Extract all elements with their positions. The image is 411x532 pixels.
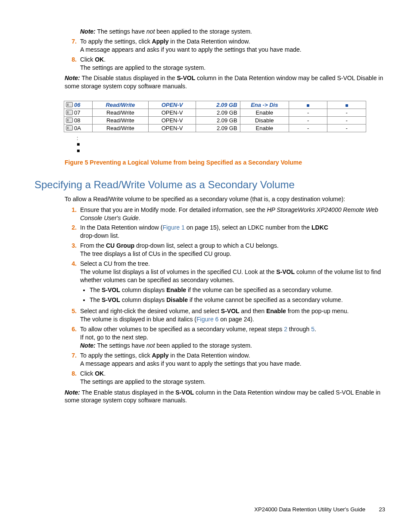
table-cell: OPEN-V [148,124,196,132]
s3c: The tree displays a list of CUs in the s… [80,250,231,257]
disk-icon [66,125,73,131]
footer-title: XP24000 Data Retention Utility User's Gu… [254,506,365,513]
step-number: 8. [65,56,80,72]
figure-caption: Figure 5 Preventing a Logical Volume fro… [65,159,385,166]
table-cell: - [327,109,366,117]
step-number: 7. [65,352,80,368]
s3a: From the [80,242,104,249]
disk-icon [66,118,73,123]
step-number: 8. [65,370,80,386]
table-cell: - [327,124,366,132]
table-cell [289,101,327,109]
note-text: The settings have [97,28,145,35]
ldkc-label: LDKC [311,224,328,231]
s2c: drop-down list. [80,232,119,239]
list-item: The S-VOL column displays Enable if the … [90,286,385,294]
table-cell: 08 [64,117,93,124]
page-footer: XP24000 Data Retention Utility User's Gu… [254,506,385,513]
step7-c: A message appears and asks if you want t… [80,46,302,53]
enable-note: Note: The Enable status displayed in the… [65,389,385,405]
ok-button-label: OK [95,56,104,63]
step8-a: Click [80,56,93,63]
table-row: 07Read/WriteOPEN-V2.09 GBEnable-- [64,109,366,117]
apply-button-label: Apply [152,38,169,45]
s4b: The volume list displays a list of volum… [80,268,274,275]
table-cell: Ena -> Dis [240,101,289,109]
step-number: 5. [65,307,80,324]
table-cell: - [289,117,327,124]
disk-icon [66,102,73,107]
prev-steps-tail: Note: The settings have not been applied… [65,28,385,72]
table-cell: OPEN-V [148,109,196,117]
ellipsis-symbols: : ■ ■ [77,136,385,154]
table-cell: 2.09 GB [196,124,240,132]
svol-label: S-VOL [177,75,195,81]
s2b: on page 15), select an LDKC number from … [185,224,310,231]
note-tail: been applied to the storage system. [156,28,252,35]
table-cell: OPEN-V [148,117,196,124]
table-cell: Read/Write [92,109,148,117]
note-label: Note: [65,389,80,396]
table-cell: - [327,117,366,124]
change-dot-icon [346,104,348,107]
disable-note: Note: The Disable status displayed in th… [34,74,385,90]
table-cell: OPEN-V [148,101,196,109]
table-cell: - [289,109,327,117]
table-row: 0ARead/WriteOPEN-V2.09 GBEnable-- [64,124,366,132]
table-cell: - [289,124,327,132]
table-cell: 0A [64,124,93,132]
apply-button-label: Apply [152,352,169,359]
s1a: Ensure that you are in Modify mode. For … [80,206,265,213]
table-cell: 06 [64,101,93,109]
s5a: Select and right-click the desired volum… [80,308,219,314]
cugroup-label: CU Group [106,242,134,249]
s2a: In the Data Retention window ( [80,224,162,231]
table-cell: 2.09 GB [196,117,240,124]
table-row: 08Read/WriteOPEN-V2.09 GBDisable-- [64,117,366,124]
svol-bullets: The S-VOL column displays Enable if the … [90,286,385,304]
step2-link[interactable]: 2 [284,326,287,333]
note-d1: The Disable status displayed in the [81,75,175,81]
step-number: 3. [65,242,80,258]
step5-link[interactable]: 5 [311,326,314,333]
step-number: 7. [65,37,80,54]
table-cell: Enable [240,109,289,117]
list-item: The S-VOL column displays Disable if the… [90,296,385,304]
table-row: 06Read/WriteOPEN-V2.09 GBEna -> Dis [64,101,366,109]
volume-table: 06Read/WriteOPEN-V2.09 GBEna -> Dis07Rea… [64,101,366,132]
table-cell [327,101,366,109]
note-label: Note: [80,342,96,349]
step-number: 2. [65,224,80,240]
figure1-link[interactable]: Figure 1 [162,224,184,231]
note-label: Note: [80,28,96,35]
figure6-link[interactable]: Figure 6 [196,316,218,323]
disk-icon [66,110,73,115]
table-cell: Read/Write [92,117,148,124]
table-cell: 2.09 GB [196,101,240,109]
svol-label: S-VOL [276,268,295,275]
table-cell: 07 [64,109,93,117]
table-cell: 2.09 GB [196,109,240,117]
page: Note: The settings have not been applied… [0,0,411,532]
ok-button-label: OK [95,370,104,377]
step-number: 1. [65,206,80,222]
page-number: 23 [379,506,385,513]
step-number: 4. [65,260,80,305]
note-label: Note: [65,75,80,81]
table-cell: Enable [240,124,289,132]
step7-a: To apply the settings, click [80,38,150,45]
section-heading: Specifying a Read/Write Volume as a Seco… [34,179,385,191]
table-cell: Read/Write [92,124,148,132]
step-number: 6. [65,325,80,350]
content-area: Note: The settings have not been applied… [65,28,385,404]
s4a: Select a CU from the tree. [80,260,150,267]
step8-b: The settings are applied to the storage … [80,64,206,71]
main-steps: 1. Ensure that you are in Modify mode. F… [65,206,385,386]
s3b: drop-down list, select a group to which … [136,242,279,249]
note-not: not [146,28,155,35]
table-cell: Disable [240,117,289,124]
step7-b: in the Data Retention window. [170,38,250,45]
change-dot-icon [307,104,309,107]
intro-text: To allow a Read/Write volume to be speci… [65,195,385,203]
table-cell: Read/Write [92,101,148,109]
